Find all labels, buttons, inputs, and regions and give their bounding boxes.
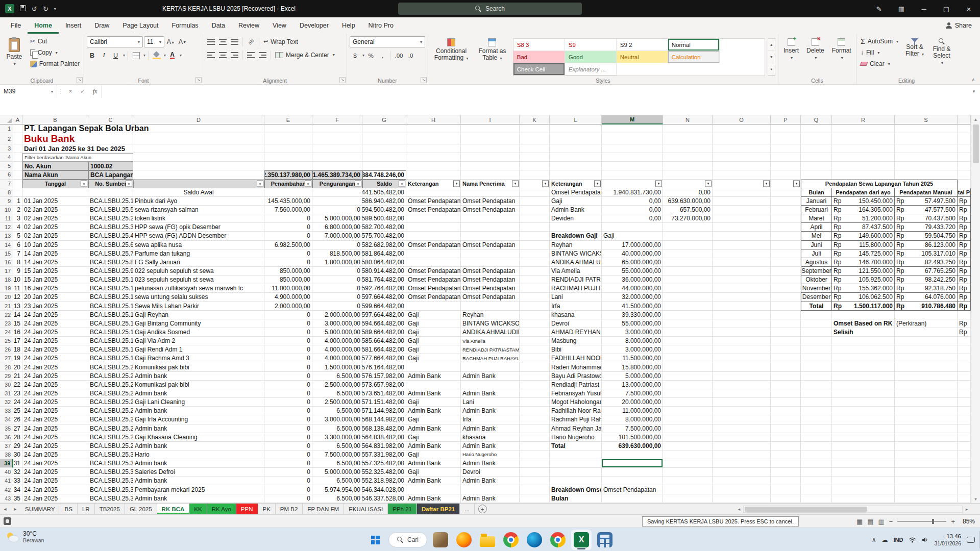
cell-T4[interactable] — [958, 153, 971, 162]
cell-Q43[interactable] — [801, 494, 832, 503]
cell-style-Neutral[interactable]: Neutral — [617, 51, 668, 63]
cell-M33[interactable]: 11.000.000,00 — [602, 407, 663, 415]
cell-P38[interactable] — [771, 450, 801, 459]
cell-H38[interactable]: Gaji — [406, 450, 461, 459]
cell-C23[interactable]: BCA.LSBU.25.15 — [88, 319, 133, 328]
cell-Q6[interactable] — [801, 170, 832, 179]
cell-F3[interactable] — [312, 144, 362, 153]
cell-C28[interactable]: BCA.LSBU.25.20 — [88, 363, 133, 372]
cell-F11[interactable]: 5.000.000,00 — [312, 214, 362, 223]
row-header-13[interactable]: 13 — [0, 232, 13, 240]
filter-dropdown-N[interactable]: ▾ — [705, 180, 712, 187]
col-header-B[interactable]: B — [22, 115, 88, 124]
cell-K21[interactable] — [520, 302, 550, 311]
cell-M22[interactable]: 39.330.000,00 — [602, 311, 663, 319]
cell-F28[interactable]: 1.500.000,00 — [312, 363, 362, 372]
col-header-Q[interactable]: Q — [801, 115, 832, 124]
sheet-tab-RK-BCA[interactable]: RK BCA — [157, 504, 190, 514]
cell-M24[interactable]: 3.000.000,00 — [602, 328, 663, 337]
cell-A35[interactable]: 27 — [13, 424, 22, 433]
ribbon-display-options-icon[interactable]: ▦ — [890, 0, 913, 17]
filter-dropdown-H[interactable]: ▾ — [453, 180, 460, 187]
cell-T17[interactable]: Rp — [958, 267, 971, 276]
enter-icon[interactable]: ✓ — [77, 85, 89, 98]
cell-P22[interactable] — [771, 311, 801, 319]
cell-N32[interactable] — [663, 398, 713, 407]
cell-O33[interactable] — [713, 407, 771, 415]
cell-L42[interactable]: Breakdown Omset — [550, 485, 602, 494]
comma-style-icon[interactable]: , — [377, 50, 388, 61]
notification-center-icon[interactable] — [967, 537, 975, 543]
clear-button[interactable]: Clear▾ — [859, 59, 900, 69]
fill-button[interactable]: ↓Fill▾ — [859, 47, 900, 58]
cell-L36[interactable]: Hario Nugeroho — [550, 433, 602, 442]
increase-decimal-icon[interactable]: .00 — [394, 50, 404, 61]
cell-I10[interactable]: Omset Pendapatan — [461, 206, 520, 214]
cell-T16[interactable]: Rp — [958, 258, 971, 267]
cell-A25[interactable]: 17 — [13, 337, 22, 345]
cell-C7[interactable]: No. Sumber▾ — [88, 180, 133, 188]
copy-button[interactable]: Copy▾ — [29, 47, 81, 58]
formula-bar-expand-icon[interactable]: ▾ — [968, 85, 980, 98]
cell-R1[interactable] — [832, 124, 895, 133]
cell-D35[interactable]: Admin bank — [133, 424, 264, 433]
cell-P21[interactable] — [771, 302, 801, 311]
cell-N16[interactable] — [663, 258, 713, 267]
cell-M37[interactable]: 639.630.000,00 — [602, 442, 663, 450]
cell-Q13[interactable]: Mei — [801, 232, 832, 240]
cell-O16[interactable] — [713, 258, 771, 267]
cell-G35[interactable]: 568.138.482,00 — [362, 424, 406, 433]
cell-B39[interactable]: 24 Jan 2025 — [22, 459, 88, 468]
cell-M20[interactable]: 32.000.000,00 — [602, 293, 663, 302]
cell-E33[interactable]: 0 — [264, 407, 312, 415]
cell-M18[interactable]: 36.000.000,00 — [602, 276, 663, 284]
cell-P28[interactable] — [771, 363, 801, 372]
cell-Q25[interactable] — [801, 337, 832, 345]
cell-D39[interactable]: Admin bank — [133, 459, 264, 468]
cell-T22[interactable] — [958, 311, 971, 319]
row-header-20[interactable]: 20 — [0, 293, 13, 302]
cell-A6[interactable] — [13, 170, 22, 179]
cell-C40[interactable]: BCA.LSBU.25.32 — [88, 468, 133, 477]
cell-H7[interactable]: Keterangan▾ — [406, 180, 461, 188]
cell-G27[interactable]: 577.664.482,00 — [362, 354, 406, 363]
conditional-formatting-button[interactable]: Conditional Formatting ▾ — [431, 36, 472, 76]
cell-K3[interactable] — [520, 144, 550, 153]
cell-O32[interactable] — [713, 398, 771, 407]
cell-B38[interactable]: 24 Jan 2025 — [22, 450, 88, 459]
cell-N31[interactable] — [663, 389, 713, 398]
chrome-icon[interactable] — [501, 530, 521, 550]
cell-K13[interactable] — [520, 232, 550, 240]
cell-I31[interactable]: Admin Bank — [461, 389, 520, 398]
cell-F26[interactable]: 4.000.000,00 — [312, 345, 362, 354]
new-sheet-button[interactable]: + — [478, 505, 487, 513]
sheet-tab-PK[interactable]: PK — [258, 504, 276, 514]
cell-T43[interactable] — [958, 494, 971, 503]
cell-E5[interactable] — [264, 162, 312, 170]
cell-N3[interactable] — [663, 144, 713, 153]
ribbon-tab-developer[interactable]: Developer — [293, 17, 335, 34]
cell-P6[interactable] — [771, 170, 801, 179]
cell-K14[interactable] — [520, 241, 550, 249]
minimize-button[interactable]: ─ — [913, 0, 935, 17]
cell-T1[interactable] — [958, 124, 971, 133]
cell-C15[interactable]: BCA.LSBU.25.7 — [88, 249, 133, 258]
cell-Q23[interactable] — [801, 319, 832, 328]
row-header-18[interactable]: 18 — [0, 276, 13, 284]
cell-style-Bad[interactable]: Bad — [513, 51, 565, 63]
cell-F38[interactable]: 7.500.000,00 — [312, 450, 362, 459]
cell-Q37[interactable] — [801, 442, 832, 450]
cell-I13[interactable] — [461, 232, 520, 240]
cell-O11[interactable] — [713, 214, 771, 223]
cell-Q18[interactable]: Oktober — [801, 276, 832, 284]
cell-O13[interactable] — [713, 232, 771, 240]
cell-C24[interactable]: BCA.LSBU.25.16 — [88, 328, 133, 337]
cell-B19[interactable]: 16 Jan 2025 — [22, 284, 88, 293]
scroll-up-icon[interactable]: ▲ — [971, 115, 980, 123]
cell-M7[interactable]: ▾ — [602, 180, 663, 188]
cell-H13[interactable] — [406, 232, 461, 240]
cell-L21[interactable]: Irfa — [550, 302, 602, 311]
cell-P25[interactable] — [771, 337, 801, 345]
col-header-C[interactable]: C — [88, 115, 133, 124]
cell-L34[interactable]: Rachmah Puji Rahay — [550, 415, 602, 424]
